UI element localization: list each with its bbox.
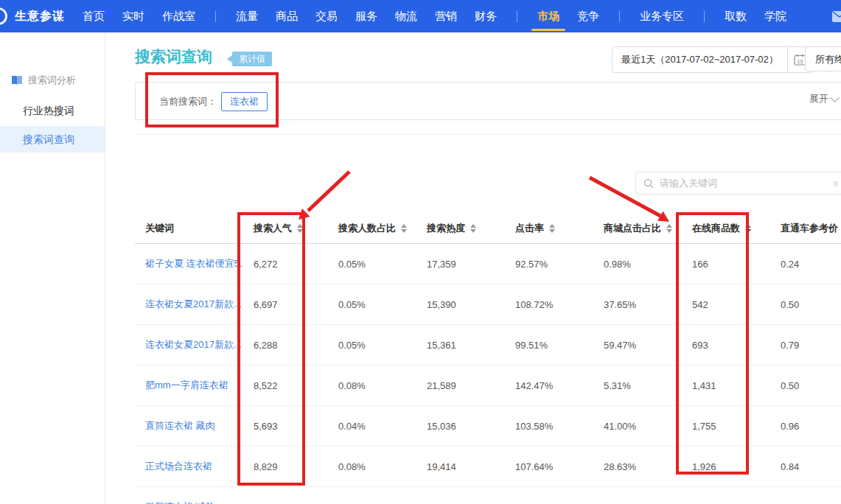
cell-keyword: 裙子女夏 连衣裙便宜5...: [135, 257, 243, 270]
current-keyword-tag[interactable]: 连衣裙: [221, 92, 268, 111]
cell-value: 166: [692, 259, 708, 270]
brand-logo-icon: [0, 7, 7, 25]
search-input[interactable]: [658, 177, 841, 189]
cell-value: 0.98%: [604, 259, 631, 270]
nav-item-realtime[interactable]: 实时: [122, 0, 144, 32]
cell-click-rate: 107.64%: [505, 461, 593, 472]
clear-search-icon[interactable]: x: [834, 178, 839, 189]
nav-separator: [517, 11, 517, 22]
cell-search-popularity: 8,829: [243, 461, 328, 472]
cell-value: 0.84: [781, 461, 799, 472]
brand-name[interactable]: 生意参谋: [15, 9, 65, 24]
expand-toggle[interactable]: 展开: [809, 92, 838, 105]
cell-click-rate: 124.43%: [505, 502, 593, 504]
cell-value: 5,693: [254, 421, 278, 432]
table-row: 裙子女夏 连衣裙便宜5...6,2720.05%17,35992.57%0.98…: [135, 244, 841, 284]
keyword-link[interactable]: 肥mm一字肩连衣裙: [145, 379, 228, 391]
cell-ztc-ref-price: 0.50: [770, 380, 841, 391]
cell-online-products: 1,431: [682, 380, 770, 391]
table-row: 连衣裙女夏2017新款...6,6970.05%15,390108.72%37.…: [135, 284, 841, 325]
table-row: 微胖连衣裙 减龄9,8560.10%26,141124.43%45.44%2,1…: [135, 487, 841, 504]
cell-value: 0.83: [781, 502, 799, 504]
nav-item-market[interactable]: 市场: [537, 0, 559, 32]
column-header-keyword: 关键词: [135, 222, 243, 235]
nav-item-traffic[interactable]: 流量: [236, 0, 258, 32]
column-header-search-heat[interactable]: 搜索热度: [416, 222, 505, 235]
nav-item-marketing[interactable]: 营销: [435, 0, 457, 32]
keyword-link[interactable]: 微胖连衣裙 减龄: [145, 501, 215, 504]
cell-value: 0.05%: [338, 299, 366, 310]
sort-icon[interactable]: [297, 224, 303, 233]
sidebar: 搜索词分析 行业热搜词搜索词查询: [0, 32, 105, 504]
sidebar-item-search-word-query[interactable]: 搜索词查询: [0, 126, 105, 153]
cell-online-products: 693: [682, 340, 770, 351]
nav-item-war-room[interactable]: 作战室: [162, 0, 195, 32]
cell-mall-click-ratio: 45.44%: [593, 502, 682, 504]
cell-value: 99.51%: [515, 340, 548, 351]
cell-value: 0.04%: [338, 421, 366, 432]
keyword-link[interactable]: 连衣裙女夏2017新款...: [145, 339, 242, 350]
column-header-click-rate[interactable]: 点击率: [505, 222, 593, 235]
terminal-filter-select[interactable]: 所有终端: [805, 46, 841, 71]
nav-item-business-zone[interactable]: 业务专区: [640, 0, 684, 32]
column-header-online-products[interactable]: 在线商品数: [682, 222, 770, 235]
envelope-icon[interactable]: [832, 11, 841, 22]
cell-click-rate: 92.57%: [505, 259, 593, 270]
keyword-link[interactable]: 直筒连衣裙 藏肉: [145, 420, 215, 431]
cell-value: 92.57%: [515, 259, 548, 270]
cell-searcher-ratio: 0.05%: [328, 259, 416, 270]
date-range-text[interactable]: 最近1天（2017-07-02~2017-07-02）: [613, 53, 787, 66]
cell-value: 0.50: [781, 380, 799, 391]
cell-search-heat: 15,036: [416, 421, 505, 432]
nav-item-trade[interactable]: 交易: [315, 0, 338, 32]
nav-item-product[interactable]: 商品: [276, 0, 298, 32]
cell-value: 542: [692, 299, 708, 310]
sort-icon[interactable]: [470, 224, 476, 233]
table-row: 直筒连衣裙 藏肉5,6930.04%15,036103.58%41.00%1,7…: [135, 406, 841, 447]
cell-value: 0.96: [781, 421, 799, 432]
cell-value: 142.47%: [515, 380, 553, 391]
cell-value: 6,288: [254, 340, 278, 351]
column-label: 搜索人数占比: [338, 222, 396, 235]
column-label: 搜索热度: [427, 222, 465, 235]
sort-icon[interactable]: [549, 224, 555, 233]
keyword-link[interactable]: 正式场合连衣裙: [145, 461, 212, 472]
date-range-picker[interactable]: 最近1天（2017-07-02~2017-07-02） 15: [612, 46, 814, 73]
sidebar-item-industry-hot-words[interactable]: 行业热搜词: [0, 97, 105, 124]
cell-keyword: 正式场合连衣裙: [135, 460, 243, 473]
cell-click-rate: 142.47%: [505, 380, 593, 391]
nav-item-service[interactable]: 服务: [355, 0, 377, 32]
keyword-link[interactable]: 连衣裙女夏2017新款...: [145, 298, 242, 309]
nav-item-logistics[interactable]: 物流: [395, 0, 417, 32]
nav-item-home[interactable]: 首页: [83, 0, 105, 32]
cell-searcher-ratio: 0.05%: [328, 340, 416, 351]
nav-item-competition[interactable]: 竞争: [577, 0, 599, 32]
column-header-ztc-ref-price[interactable]: 直通车参考价: [770, 222, 841, 235]
table-header-row: 关键词搜索人气搜索人数占比搜索热度点击率商城点击占比在线商品数直通车参考价: [135, 214, 841, 244]
cell-searcher-ratio: 0.08%: [328, 461, 416, 472]
column-header-mall-click-ratio[interactable]: 商城点击占比: [593, 222, 682, 235]
cell-ztc-ref-price: 0.24: [770, 259, 841, 270]
cell-online-products: 166: [682, 259, 770, 270]
cell-value: 5.31%: [604, 380, 631, 391]
sort-icon[interactable]: [745, 224, 751, 233]
cell-ztc-ref-price: 0.96: [770, 421, 841, 432]
table-row: 连衣裙女夏2017新款...6,2880.05%15,36199.51%59.4…: [135, 325, 841, 365]
cell-value: 6,272: [254, 259, 278, 270]
nav-item-finance[interactable]: 财务: [475, 0, 497, 32]
cell-value: 9,856: [254, 502, 278, 504]
nav-item-academy[interactable]: 学院: [764, 0, 786, 32]
current-keyword-label: 当前搜索词：: [159, 83, 217, 121]
keyword-link[interactable]: 裙子女夏 连衣裙便宜5...: [145, 258, 243, 269]
cell-value: 1,755: [692, 421, 716, 432]
cell-online-products: 542: [682, 299, 770, 310]
nav-item-data-extract[interactable]: 取数: [725, 0, 747, 32]
expand-label: 展开: [809, 92, 828, 105]
cell-click-rate: 108.72%: [505, 299, 593, 310]
column-header-search-popularity[interactable]: 搜索人气: [243, 222, 328, 235]
sort-icon[interactable]: [401, 224, 407, 233]
column-label: 直通车参考价: [781, 222, 838, 235]
sort-icon[interactable]: [666, 224, 672, 233]
column-header-searcher-ratio[interactable]: 搜索人数占比: [328, 222, 416, 235]
cell-value: 693: [692, 340, 708, 351]
